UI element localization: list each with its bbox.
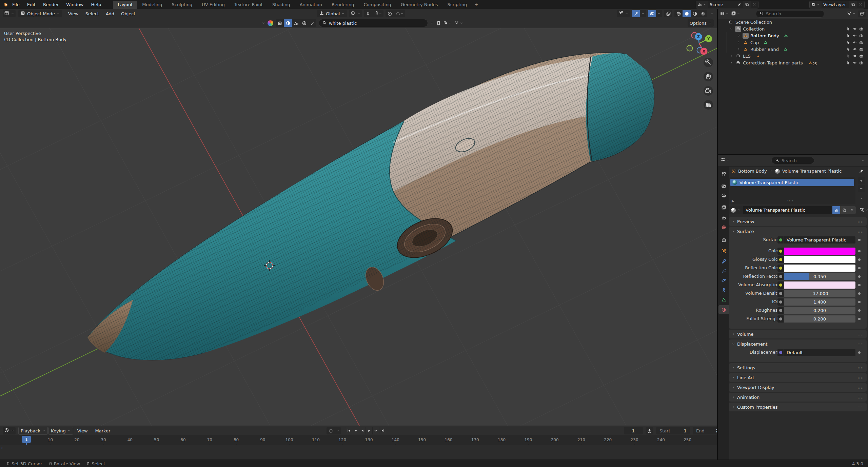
browse-material-button[interactable] xyxy=(729,206,743,214)
new-collection-button[interactable] xyxy=(858,11,866,17)
snap-target-dropdown[interactable] xyxy=(372,10,383,17)
next-keyframe-button[interactable] xyxy=(373,427,379,434)
outliner-item-cap[interactable]: Cap xyxy=(718,39,868,46)
jump-to-start-button[interactable] xyxy=(346,427,352,434)
asset-category-brush[interactable] xyxy=(308,19,316,27)
workspace-tab-sculpting[interactable]: Sculpting xyxy=(167,1,197,9)
workspace-tab-modeling[interactable]: Modeling xyxy=(137,1,167,9)
camera-icon[interactable] xyxy=(859,54,863,58)
panel-header[interactable]: Preview:::: xyxy=(729,217,867,226)
outliner-search-field[interactable] xyxy=(756,10,824,18)
panel-header[interactable]: Viewport Display:::: xyxy=(729,383,867,392)
play-button[interactable] xyxy=(366,427,373,434)
auto-keying-dropdown[interactable] xyxy=(335,427,341,434)
workspace-tab-layout[interactable]: Layout xyxy=(113,1,137,9)
view-layer-browse-button[interactable] xyxy=(810,1,822,8)
properties-search-input[interactable] xyxy=(782,158,811,163)
scene-new-button[interactable] xyxy=(743,1,751,8)
workspace-tab-texture-paint[interactable]: Texture Paint xyxy=(230,1,268,9)
eye-icon[interactable] xyxy=(853,47,857,51)
assetbar-bookmark-icon[interactable] xyxy=(436,21,441,26)
transform-orientation-dropdown[interactable]: Global xyxy=(317,10,347,17)
material-slot[interactable]: Volume Transparent Plastic xyxy=(730,179,854,186)
properties-tab-output[interactable] xyxy=(718,191,729,200)
properties-search-field[interactable] xyxy=(771,157,814,164)
pin-id-icon[interactable] xyxy=(859,169,864,175)
viewport-menu-object[interactable]: Object xyxy=(118,11,139,16)
frame-end-field[interactable]: End250 xyxy=(693,427,717,434)
object-type-visibility-dropdown[interactable] xyxy=(617,10,630,17)
decorator-dot[interactable] xyxy=(858,351,861,354)
camera-icon[interactable] xyxy=(859,27,863,31)
view-layer-new-button[interactable] xyxy=(849,1,857,8)
asset-category-material[interactable] xyxy=(284,19,292,27)
timeline-dopesheet[interactable]: › xyxy=(0,445,717,460)
decorator-dot[interactable] xyxy=(858,239,861,241)
eye-icon[interactable] xyxy=(853,34,857,38)
viewport-menu-view[interactable]: View xyxy=(65,11,82,16)
panel-header[interactable]: Animation:::: xyxy=(729,393,867,402)
asset-category-scene[interactable] xyxy=(292,19,300,27)
asset-search-input[interactable] xyxy=(329,21,424,26)
scene-unlink-button[interactable] xyxy=(751,1,758,8)
camera-icon[interactable] xyxy=(859,34,863,38)
outliner-display-mode-dropdown[interactable] xyxy=(720,11,729,17)
outliner-item-lls[interactable]: LLS xyxy=(718,53,868,59)
timeline-menu-playback[interactable]: Playback xyxy=(18,427,48,435)
topbar-menu-window[interactable]: Window xyxy=(62,2,87,7)
remove-slot-button[interactable] xyxy=(858,185,865,192)
eye-icon[interactable] xyxy=(853,54,857,58)
timeline-menu-view[interactable]: View xyxy=(74,428,91,433)
panel-header[interactable]: Volume:::: xyxy=(729,330,867,338)
workspace-tab-animation[interactable]: Animation xyxy=(295,1,327,9)
workspace-tab-compositing[interactable]: Compositing xyxy=(359,1,396,9)
asset-category-model[interactable] xyxy=(276,19,284,27)
asset-logo-icon[interactable] xyxy=(268,20,273,26)
topbar-menu-help[interactable]: Help xyxy=(87,2,105,7)
panel-header[interactable]: Surface:::: xyxy=(729,227,867,236)
outliner-item-bottom-body[interactable]: Bottom Body xyxy=(718,32,868,39)
previous-keyframe-button[interactable] xyxy=(352,427,359,434)
shading-wireframe-button[interactable] xyxy=(674,10,683,17)
snap-toggle[interactable] xyxy=(364,10,372,17)
scene-pin-icon[interactable] xyxy=(736,1,743,8)
unlink-material-button[interactable] xyxy=(848,206,856,214)
add-slot-button[interactable] xyxy=(858,177,865,184)
current-frame-field[interactable]: 1 xyxy=(624,427,643,434)
outliner-filter-dropdown[interactable] xyxy=(847,11,856,17)
properties-options-icon[interactable] xyxy=(861,158,865,163)
color-swatch[interactable] xyxy=(784,256,855,263)
select-arrow-icon[interactable] xyxy=(846,54,850,58)
color-swatch[interactable] xyxy=(784,265,855,272)
panel-header[interactable]: Displacement:::: xyxy=(729,339,867,348)
breadcrumb-object[interactable]: Bottom Body xyxy=(738,169,767,174)
scene-browse-button[interactable] xyxy=(696,1,708,8)
current-frame-indicator[interactable]: 1 xyxy=(22,436,31,443)
workspace-tab-scripting[interactable]: Scripting xyxy=(443,1,472,9)
select-arrow-icon[interactable] xyxy=(846,27,850,31)
panel-header[interactable]: Settings:::: xyxy=(729,363,867,372)
overlays-dropdown[interactable] xyxy=(656,10,662,17)
shading-solid-button[interactable] xyxy=(683,10,691,17)
overlays-toggle[interactable] xyxy=(648,10,656,17)
shading-dropdown[interactable] xyxy=(709,10,714,17)
options-button[interactable]: Options xyxy=(688,19,714,27)
timeline-menu-marker[interactable]: Marker xyxy=(92,428,114,433)
camera-icon[interactable] xyxy=(859,40,863,44)
decorator-dot[interactable] xyxy=(858,258,861,261)
blender-logo-icon[interactable] xyxy=(3,2,8,7)
view-layer-name-field[interactable]: ViewLayer xyxy=(822,1,849,8)
asset-search-field[interactable] xyxy=(319,19,428,27)
new-material-button[interactable] xyxy=(840,206,848,214)
outliner-search-input[interactable] xyxy=(766,11,821,16)
decorator-dot[interactable] xyxy=(858,318,861,320)
pivot-point-dropdown[interactable] xyxy=(349,10,362,17)
panel-header[interactable]: Line Art:::: xyxy=(729,373,867,382)
eye-icon[interactable] xyxy=(853,40,857,44)
play-reverse-button[interactable] xyxy=(359,427,366,434)
decorator-dot[interactable] xyxy=(858,250,861,252)
use-preview-range-toggle[interactable] xyxy=(646,427,653,434)
material-name-field[interactable]: Volume Transparent Plastic xyxy=(743,206,832,214)
assetbar-display-dropdown[interactable] xyxy=(443,21,452,26)
decorator-dot[interactable] xyxy=(858,301,861,303)
